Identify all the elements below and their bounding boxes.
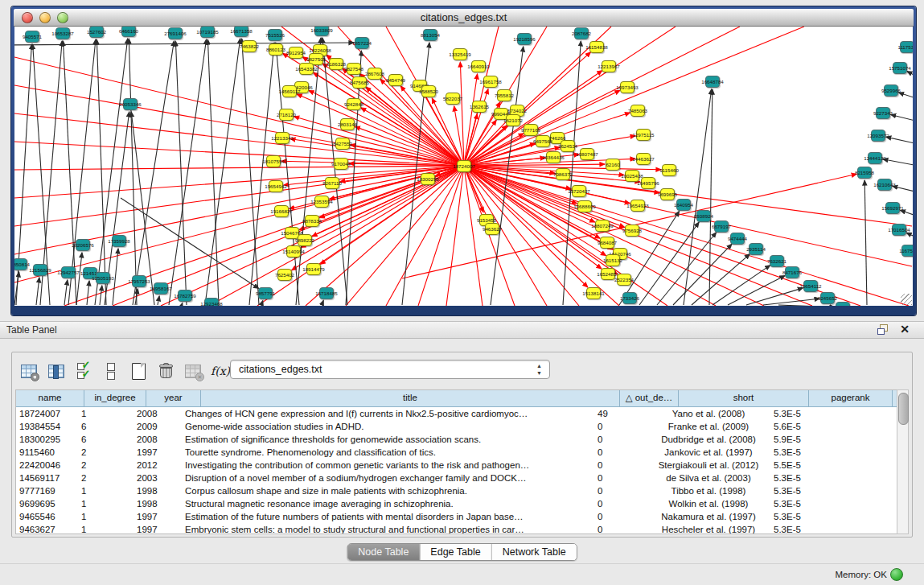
network-node[interactable]: 7485063	[630, 105, 645, 117]
network-node[interactable]: 15720437	[572, 185, 586, 197]
network-node[interactable]: 2803144	[340, 118, 355, 130]
network-node[interactable]: 1117536	[900, 41, 913, 53]
network-node[interactable]: 16640910	[471, 60, 486, 72]
table-row[interactable]: 911546021997Tourette syndrome. Phenomeno…	[16, 446, 900, 459]
column-header-in_degree[interactable]: in_degree	[84, 390, 146, 406]
table-row[interactable]: 946554611997Estimation of the future num…	[16, 510, 900, 523]
network-node[interactable]: 9474444	[730, 233, 745, 245]
network-node[interactable]: 9529966	[884, 84, 898, 97]
table-vertical-scrollbar[interactable]	[897, 389, 909, 534]
select-all-columns-button[interactable]: ✓ ✓	[72, 359, 96, 383]
network-node[interactable]: 9245652	[820, 292, 835, 304]
network-node[interactable]: 9170044	[334, 158, 348, 170]
network-node[interactable]: 7515526	[268, 29, 282, 41]
network-node[interactable]: 2935114	[749, 243, 763, 255]
network-node[interactable]: 2087682	[574, 27, 589, 39]
network-node[interactable]: 8186328	[329, 58, 343, 70]
network-node[interactable]: 16495796	[641, 177, 655, 189]
network-node[interactable]: 10654112	[803, 280, 818, 292]
network-node[interactable]: 9898222	[298, 234, 312, 246]
network-node[interactable]: 12444130	[868, 152, 882, 164]
network-node[interactable]: 9405571	[25, 31, 39, 43]
network-node[interactable]: 8475685	[352, 76, 367, 89]
network-node[interactable]: 6466160	[121, 27, 136, 37]
create-column-button[interactable]	[126, 359, 150, 383]
network-node[interactable]: 9227343	[876, 107, 890, 119]
network-node[interactable]: 19166827	[274, 205, 289, 217]
network-node[interactable]: 16543382	[299, 63, 314, 75]
close-panel-icon[interactable]: ✕	[900, 323, 910, 336]
network-node[interactable]: 16782759	[178, 290, 192, 302]
network-node[interactable]: 17016504	[892, 224, 906, 236]
scrollbar-thumb[interactable]	[898, 393, 909, 425]
network-node[interactable]: 1621072	[506, 114, 520, 126]
network-node[interactable]: 15751074	[893, 62, 907, 74]
network-node[interactable]: 2522354	[617, 274, 631, 286]
table-row[interactable]: 2242004622012Investigating the contribut…	[16, 459, 900, 472]
network-node[interactable]: 10807487	[580, 148, 594, 160]
network-node[interactable]: 20053346	[123, 98, 138, 110]
network-node[interactable]: 16033809	[314, 27, 329, 36]
network-node[interactable]: 8912954	[289, 47, 303, 59]
network-node[interactable]: 14569117	[282, 85, 297, 97]
network-node[interactable]: 16154838	[589, 41, 604, 53]
network-node[interactable]: 15718485	[319, 287, 334, 299]
network-node[interactable]: 12353594	[314, 196, 329, 208]
network-node[interactable]: 7625402	[277, 269, 292, 281]
network-node[interactable]: 8813054	[423, 29, 437, 41]
function-builder-button[interactable]: f(x)	[208, 359, 232, 383]
network-node[interactable]: 9245062	[836, 302, 850, 306]
network-node[interactable]: 8215958	[857, 167, 872, 179]
table-row[interactable]: 1456911722003Disruption of a novel membe…	[16, 472, 900, 484]
network-node[interactable]: 7632621	[770, 255, 784, 267]
network-node[interactable]: 16961758	[483, 76, 498, 88]
network-node[interactable]: 1733426	[622, 292, 637, 304]
table-row[interactable]: 1830029562008Estimation of significance …	[16, 433, 900, 446]
network-node[interactable]: 27691406	[168, 27, 183, 39]
network-node[interactable]: 16524851	[601, 268, 615, 280]
network-node[interactable]: 1167533	[901, 245, 913, 257]
table-mode-button[interactable]	[17, 359, 41, 383]
table-row[interactable]: 977716911998Corpus callosum shape and si…	[16, 484, 900, 497]
network-node[interactable]: 1362615	[472, 101, 487, 113]
network-node[interactable]: 7986372	[556, 168, 570, 180]
tab-network-table[interactable]: Network Table	[492, 544, 577, 560]
network-node[interactable]: 1615132	[606, 254, 620, 266]
network-node[interactable]: 7955812	[497, 89, 511, 101]
network-node[interactable]: 1527602	[89, 27, 104, 38]
column-header-pagerank[interactable]: pagerank	[809, 390, 893, 406]
column-header-title[interactable]: title	[201, 390, 620, 406]
network-node[interactable]: 6497568	[536, 135, 550, 147]
window-titlebar[interactable]: citations_edges.txt	[14, 9, 914, 27]
network-node[interactable]: 9463627	[485, 223, 499, 235]
network-node[interactable]: 7463822	[242, 40, 257, 52]
network-node[interactable]: 12093572	[871, 130, 885, 142]
network-node[interactable]: 12213343	[275, 132, 290, 144]
network-node[interactable]: 20206576	[76, 239, 90, 251]
network-node[interactable]: 3624534	[561, 140, 575, 152]
network-node[interactable]: 1640954	[676, 199, 691, 211]
table-row[interactable]: 1938455462009Genome-wide association stu…	[16, 420, 900, 433]
network-node[interactable]: 17359928	[112, 235, 126, 247]
network-node[interactable]: 8878334	[305, 215, 319, 227]
network-node[interactable]: 19218596	[517, 33, 532, 45]
show-columns-button[interactable]	[44, 359, 68, 383]
network-node[interactable]: 10688609	[577, 200, 592, 212]
clear-selection-button[interactable]	[99, 359, 123, 383]
tab-edge-table[interactable]: Edge Table	[420, 544, 491, 560]
network-node[interactable]: 8860123	[269, 43, 283, 56]
table-row[interactable]: 969969511998Structural magnetic resonanc…	[16, 497, 900, 510]
network-node[interactable]: 17957253	[132, 275, 146, 287]
column-header-name[interactable]: name	[16, 390, 84, 406]
network-node[interactable]: 14463627	[636, 153, 651, 165]
tab-node-table[interactable]: Node Table	[347, 544, 420, 560]
network-node[interactable]: 12942757	[61, 266, 76, 278]
network-node[interactable]: 8267110	[325, 177, 339, 189]
network-node[interactable]: 7857224	[355, 37, 369, 49]
network-node[interactable]: 8938924	[696, 210, 711, 222]
delete-column-button[interactable]	[154, 359, 178, 383]
column-header-out_de[interactable]: △ out_de…	[620, 390, 679, 406]
table-row[interactable]: 1872400712008Changes of HCN gene express…	[16, 407, 900, 420]
network-node[interactable]: 15692971	[885, 202, 900, 214]
network-node[interactable]: 16671358	[234, 27, 248, 37]
